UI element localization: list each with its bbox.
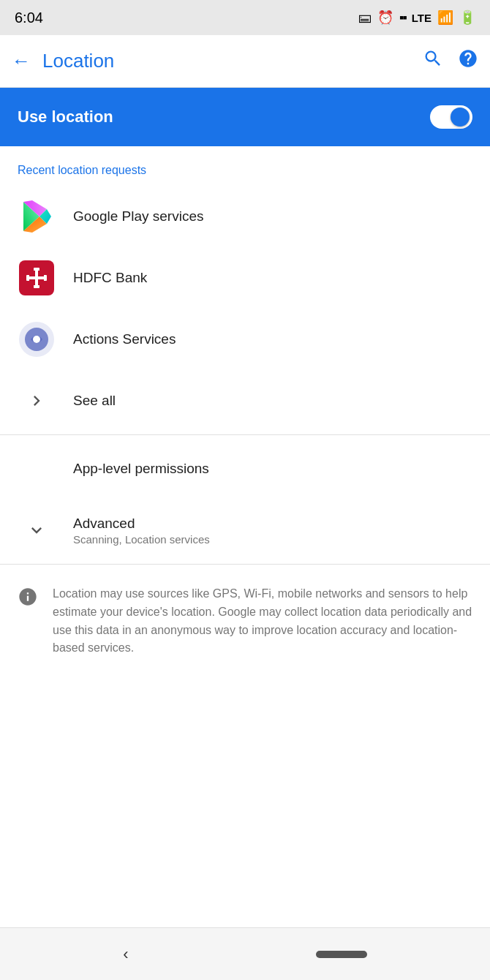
actions-services-label: Actions Services — [73, 331, 176, 347]
bottom-nav-bar: ‹ — [0, 927, 490, 980]
toggle-thumb — [451, 108, 470, 127]
divider-2 — [0, 564, 490, 565]
list-item-hdfc[interactable]: HDFC Bank — [0, 247, 490, 309]
signal-icon: 📶 — [437, 10, 453, 26]
see-all-item[interactable]: See all — [0, 370, 490, 431]
alarm-icon: ⏰ — [377, 10, 393, 26]
use-location-label: Use location — [18, 108, 113, 127]
divider-1 — [0, 434, 490, 435]
info-section: Location may use sources like GPS, Wi-Fi… — [0, 568, 490, 675]
see-all-label: See all — [73, 393, 116, 409]
nav-home-indicator[interactable] — [316, 951, 367, 958]
info-icon — [18, 587, 38, 612]
list-item-app-permissions[interactable]: App-level permissions — [0, 438, 490, 500]
spacer — [0, 675, 490, 927]
status-time: 6:04 — [15, 10, 43, 26]
use-location-banner[interactable]: Use location — [0, 88, 490, 146]
app-bar-icons — [423, 48, 478, 74]
vibrate-icon: ▪▪ — [399, 10, 406, 26]
search-button[interactable] — [423, 48, 443, 74]
info-text: Location may use sources like GPS, Wi-Fi… — [53, 585, 472, 657]
sim-card-icon: 🖴 — [358, 10, 372, 26]
svg-point-11 — [33, 336, 40, 343]
svg-rect-7 — [38, 271, 44, 276]
back-button[interactable]: ← — [12, 50, 31, 72]
google-play-icon — [18, 197, 56, 235]
hdfc-icon — [18, 259, 56, 297]
chevron-right-icon — [18, 382, 56, 420]
status-bar: 6:04 🖴 ⏰ ▪▪ LTE 📶 🔋 — [0, 0, 490, 35]
advanced-label: Advanced — [73, 516, 210, 532]
battery-icon: 🔋 — [459, 10, 475, 26]
svg-rect-6 — [29, 271, 35, 276]
recent-section-header: Recent location requests — [0, 146, 490, 186]
list-item-google-play[interactable]: Google Play services — [0, 186, 490, 247]
help-button[interactable] — [458, 48, 478, 74]
permissions-spacer — [18, 450, 56, 488]
svg-rect-8 — [29, 279, 35, 285]
location-toggle[interactable] — [430, 105, 472, 129]
status-icons: 🖴 ⏰ ▪▪ LTE 📶 🔋 — [358, 10, 475, 26]
lte-icon: LTE — [412, 12, 431, 24]
advanced-text-group: Advanced Scanning, Location services — [73, 516, 210, 546]
app-bar: ← Location — [0, 35, 490, 88]
google-play-services-label: Google Play services — [73, 208, 203, 225]
chevron-down-icon — [18, 511, 56, 549]
advanced-sublabel: Scanning, Location services — [73, 533, 210, 546]
list-item-actions[interactable]: Actions Services — [0, 309, 490, 370]
svg-rect-9 — [38, 279, 44, 285]
page-title: Location — [42, 50, 423, 72]
nav-back-button[interactable]: ‹ — [123, 945, 128, 964]
list-item-advanced[interactable]: Advanced Scanning, Location services — [0, 500, 490, 561]
app-permissions-label: App-level permissions — [73, 461, 209, 477]
actions-icon — [18, 320, 56, 358]
hdfc-bank-label: HDFC Bank — [73, 270, 147, 286]
